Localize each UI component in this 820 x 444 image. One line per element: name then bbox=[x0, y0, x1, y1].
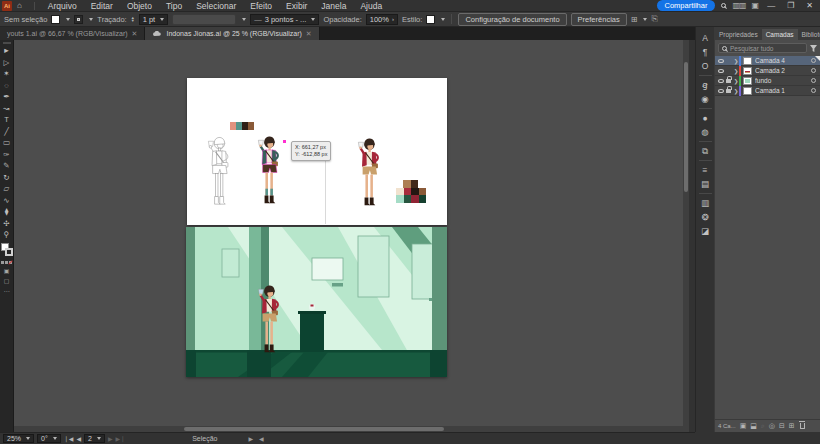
brush-definition-dropdown[interactable] bbox=[172, 14, 236, 25]
layer-name[interactable]: Camada 2 bbox=[755, 67, 811, 74]
artboard-number-dropdown[interactable]: 2 bbox=[84, 434, 105, 443]
color-button[interactable] bbox=[1, 261, 4, 264]
last-artboard-button[interactable]: ▶❘ bbox=[116, 435, 126, 442]
arrange-documents-icon[interactable]: ▥▥ bbox=[732, 1, 745, 10]
menu-arquivo[interactable]: Arquivo bbox=[41, 0, 84, 12]
target-circle-icon[interactable] bbox=[811, 68, 816, 73]
lasso-tool[interactable]: ◌ bbox=[0, 80, 14, 92]
menu-efeito[interactable]: Efeito bbox=[243, 0, 279, 12]
menu-editar[interactable]: Editar bbox=[84, 0, 120, 12]
palette-row-2[interactable] bbox=[396, 188, 426, 196]
preferences-button[interactable]: Preferências bbox=[571, 13, 627, 26]
menu-exibir[interactable]: Exibir bbox=[279, 0, 314, 12]
previous-artboard-button[interactable]: ◀ bbox=[76, 435, 81, 442]
curvature-tool[interactable]: ↝ bbox=[0, 103, 14, 115]
scale-tool[interactable]: ▱ bbox=[0, 183, 14, 195]
layers-search-input[interactable]: Pesquisar tudo bbox=[718, 43, 807, 53]
lock-icon[interactable] bbox=[726, 89, 731, 93]
swatch[interactable] bbox=[248, 122, 254, 130]
color-guide-panel-icon[interactable]: ◍ bbox=[696, 125, 715, 139]
stroke-weight-stepper[interactable]: ▲▼ bbox=[131, 16, 135, 22]
tab-camadas[interactable]: Camadas bbox=[762, 29, 798, 40]
rotate-tool[interactable]: ↻ bbox=[0, 172, 14, 184]
new-sublayer-icon[interactable]: ⬓ bbox=[750, 422, 757, 430]
status-next-icon[interactable]: ▶ bbox=[248, 435, 253, 442]
none-button[interactable] bbox=[9, 261, 12, 264]
visibility-eye-icon[interactable] bbox=[718, 89, 724, 93]
swatch[interactable] bbox=[411, 188, 419, 196]
character-sketch-figure[interactable] bbox=[202, 133, 236, 209]
restore-button[interactable]: ❐ bbox=[784, 1, 797, 10]
type-tool[interactable]: T bbox=[0, 114, 14, 126]
target-circle-icon[interactable] bbox=[811, 78, 816, 83]
gradient-panel-icon[interactable]: ▤ bbox=[696, 177, 715, 191]
fill-dropdown-caret[interactable] bbox=[66, 18, 70, 21]
next-artboard-button[interactable]: ▶ bbox=[108, 435, 113, 442]
screen-mode-icon[interactable]: ▢ bbox=[4, 277, 10, 284]
swatch[interactable] bbox=[404, 195, 412, 203]
minimize-button[interactable]: — bbox=[764, 1, 778, 10]
color-strip-swatches[interactable] bbox=[230, 122, 254, 130]
align-dropdown-caret[interactable] bbox=[643, 18, 647, 21]
layer-thumbnail[interactable] bbox=[743, 87, 752, 95]
layer-thumbnail[interactable] bbox=[743, 77, 752, 85]
pen-tool[interactable]: ✒ bbox=[0, 91, 14, 103]
status-prev-icon[interactable]: ◀ bbox=[259, 435, 264, 442]
layer-thumbnail[interactable] bbox=[743, 57, 752, 65]
rotation-dropdown[interactable]: 0° bbox=[37, 434, 61, 443]
document-setup-button[interactable]: Configuração de documento bbox=[458, 13, 566, 26]
scrollbar-thumb[interactable] bbox=[684, 62, 688, 192]
home-icon[interactable]: ⌂ bbox=[17, 1, 22, 10]
search-icon[interactable] bbox=[721, 3, 726, 8]
edit-toolbar-icon[interactable]: ⋯ bbox=[4, 287, 10, 294]
layer-row-fundo[interactable]: ❯ fundo bbox=[715, 76, 820, 86]
swatch[interactable] bbox=[419, 188, 427, 196]
paragraph-panel-icon[interactable]: ¶ bbox=[696, 45, 715, 59]
fill-color-swatch[interactable] bbox=[51, 15, 60, 24]
visibility-eye-icon[interactable] bbox=[718, 69, 724, 73]
share-button[interactable]: Compartilhar bbox=[657, 0, 716, 11]
align-options-icon[interactable]: ⊞ bbox=[631, 15, 638, 24]
canvas-pasteboard[interactable]: X: 661,27 px Y: -612,88 px bbox=[14, 40, 689, 432]
layer-name[interactable]: fundo bbox=[755, 77, 811, 84]
swatch[interactable] bbox=[411, 195, 419, 203]
layer-row-camada4[interactable]: ❯ Camada 4 bbox=[715, 56, 820, 66]
brush-dropdown-caret[interactable] bbox=[242, 18, 246, 21]
layer-row-camada1[interactable]: ❯ Camada 1 bbox=[715, 86, 820, 96]
close-button[interactable]: ✕ bbox=[803, 1, 816, 10]
menu-ajuda[interactable]: Ajuda bbox=[353, 0, 389, 12]
app-logo-icon[interactable]: Ai bbox=[2, 1, 12, 11]
menu-tipo[interactable]: Tipo bbox=[159, 0, 189, 12]
symbols-panel-icon[interactable]: ❂ bbox=[696, 210, 715, 224]
swatch[interactable] bbox=[411, 180, 419, 188]
lock-icon[interactable] bbox=[726, 79, 731, 83]
tab-bibliotecas[interactable]: Bibliotecas bbox=[798, 29, 820, 40]
character-red-figure[interactable] bbox=[352, 134, 386, 210]
scrollbar-thumb[interactable] bbox=[184, 427, 444, 431]
color-mode-buttons[interactable] bbox=[1, 261, 12, 264]
vertical-scrollbar[interactable] bbox=[683, 40, 689, 432]
hand-tool[interactable]: ✣ bbox=[0, 218, 14, 230]
width-tool[interactable]: ∿ bbox=[0, 195, 14, 207]
stroke-weight-field[interactable]: 1 pt bbox=[139, 14, 169, 25]
zoom-tool[interactable]: ⚲ bbox=[0, 229, 14, 241]
layer-row-camada2[interactable]: ❯ Camada 2 bbox=[715, 66, 820, 76]
palette-row-3[interactable] bbox=[396, 195, 426, 203]
selection-tool[interactable]: ► bbox=[0, 45, 14, 57]
glyphs-panel-icon[interactable]: ꞡ bbox=[696, 78, 715, 92]
width-profile-dropdown[interactable]: —3 pontos - ... bbox=[250, 14, 319, 25]
zoom-level-dropdown[interactable]: 25% bbox=[3, 434, 34, 443]
isolate-mode-icon[interactable]: ⎘ bbox=[651, 14, 657, 24]
target-circle-icon[interactable] bbox=[811, 88, 816, 93]
pencil-tool[interactable]: ✎ bbox=[0, 160, 14, 172]
tab-close-icon[interactable]: ✕ bbox=[132, 30, 138, 38]
stroke-panel-icon[interactable]: ≡ bbox=[696, 163, 715, 177]
opacity-field[interactable]: 100%› bbox=[366, 14, 398, 25]
visibility-eye-icon[interactable] bbox=[718, 79, 724, 83]
eyedropper-tool[interactable]: ⧫ bbox=[0, 206, 14, 218]
clipping-mask-icon[interactable]: ▣ bbox=[740, 422, 747, 430]
swatch[interactable] bbox=[403, 180, 411, 188]
toolbar-grip[interactable] bbox=[3, 42, 11, 44]
opentype-panel-icon[interactable]: O bbox=[696, 59, 715, 73]
magic-wand-tool[interactable]: ✶ bbox=[0, 68, 14, 80]
